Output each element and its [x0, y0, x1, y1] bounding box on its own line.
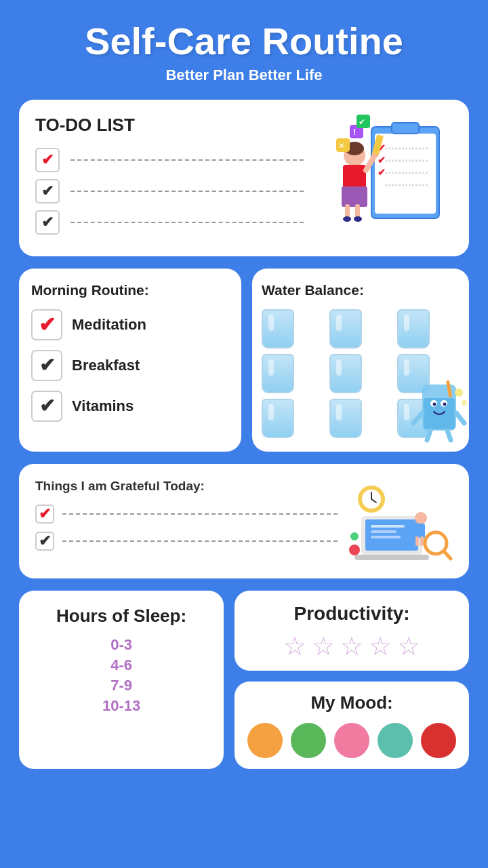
page-subtitle: Better Plan Better Life [85, 66, 403, 84]
sleep-options: 0-3 4-6 7-9 10-13 [102, 636, 140, 715]
water-glass-4 [262, 354, 294, 393]
grateful-card: Things I am Grateful Today: [19, 464, 469, 578]
grateful-svg [348, 479, 453, 564]
productivity-title: Productivity: [247, 603, 457, 625]
grateful-checkbox-2[interactable] [35, 532, 54, 551]
morning-card: Morning Routine: Meditation Breakfast Vi… [19, 269, 241, 452]
checkmark-black-icon-2 [41, 214, 54, 231]
water-title: Water Balance: [262, 282, 460, 298]
svg-point-17 [354, 216, 362, 222]
stars-row: ☆ ☆ ☆ ☆ ☆ [247, 631, 457, 661]
vitamins-label: Vitamins [72, 397, 134, 415]
water-card: Water Balance: [252, 269, 469, 452]
svg-text:✔: ✔ [378, 155, 386, 165]
svg-point-57 [350, 532, 359, 540]
bottom-row: Hours of Sleep: 0-3 4-6 7-9 10-13 Produc… [19, 591, 469, 769]
morning-item-vitamins: Vitamins [31, 391, 229, 422]
productivity-card: Productivity: ☆ ☆ ☆ ☆ ☆ [235, 591, 469, 671]
svg-line-35 [427, 431, 430, 440]
grateful-left: Things I am Grateful Today: [35, 479, 338, 559]
mood-pink[interactable] [334, 723, 369, 758]
meditation-checkbox[interactable] [31, 309, 62, 340]
water-glass-2 [329, 309, 362, 349]
todo-item-1 [35, 148, 304, 172]
svg-point-38 [462, 400, 467, 406]
todo-item-3 [35, 210, 304, 235]
svg-point-46 [415, 512, 427, 524]
todo-checkbox-3[interactable] [35, 210, 60, 235]
star-3[interactable]: ☆ [340, 631, 363, 661]
sleep-option-7-9[interactable]: 7-9 [110, 677, 132, 694]
sleep-option-0-3[interactable]: 0-3 [110, 636, 132, 654]
star-1[interactable]: ☆ [283, 631, 306, 661]
svg-rect-13 [342, 186, 367, 207]
svg-rect-48 [415, 536, 419, 546]
right-column: Productivity: ☆ ☆ ☆ ☆ ☆ My Mood: [235, 591, 469, 769]
checkmark-lg-red-icon [39, 313, 56, 336]
grateful-line-1 [62, 513, 338, 515]
sleep-option-4-6[interactable]: 4-6 [110, 656, 132, 674]
star-4[interactable]: ☆ [369, 631, 392, 661]
mood-red[interactable] [421, 723, 456, 758]
todo-left: TO-DO LIST [35, 115, 304, 241]
water-character [410, 379, 468, 446]
morning-title: Morning Routine: [31, 282, 229, 298]
svg-line-34 [456, 413, 464, 423]
svg-text:✕: ✕ [338, 141, 345, 151]
mood-card: My Mood: [235, 682, 469, 769]
grateful-line-2 [62, 540, 338, 542]
header: Self-Care Routine Better Plan Better Lif… [85, 20, 403, 84]
water-glass-5 [329, 354, 362, 393]
morning-item-meditation: Meditation [31, 309, 229, 340]
svg-line-51 [444, 551, 451, 559]
checkmark-lg-black-icon [39, 354, 55, 376]
svg-line-33 [413, 413, 422, 423]
sleep-card: Hours of Sleep: 0-3 4-6 7-9 10-13 [19, 591, 224, 769]
todo-line-2 [70, 191, 304, 192]
star-2[interactable]: ☆ [312, 631, 335, 661]
todo-checkbox-2[interactable] [35, 179, 60, 203]
sleep-title: Hours of Sleep: [56, 606, 186, 627]
mood-teal[interactable] [378, 723, 413, 758]
water-svg [410, 379, 468, 443]
meditation-label: Meditation [72, 316, 146, 334]
breakfast-checkbox[interactable] [31, 350, 62, 381]
svg-point-31 [433, 402, 436, 406]
todo-item-2 [35, 179, 304, 203]
grateful-illustration [338, 479, 453, 564]
todo-line-3 [70, 222, 304, 223]
grateful-item-2 [35, 532, 338, 551]
svg-rect-43 [371, 525, 405, 528]
star-5[interactable]: ☆ [397, 631, 420, 661]
todo-checkbox-1[interactable] [35, 148, 60, 172]
svg-rect-42 [354, 555, 429, 560]
water-glass-3 [397, 309, 430, 349]
grateful-checkbox-1[interactable] [35, 505, 54, 524]
todo-card: TO-DO LIST [19, 100, 469, 256]
mood-orange[interactable] [247, 723, 283, 758]
grateful-title: Things I am Grateful Today: [35, 479, 338, 494]
checkmark-black-icon [41, 182, 54, 200]
svg-rect-49 [420, 536, 424, 546]
svg-rect-45 [371, 536, 401, 538]
svg-point-32 [443, 402, 447, 406]
svg-point-56 [349, 545, 360, 555]
svg-rect-2 [392, 123, 419, 134]
page: Self-Care Routine Better Plan Better Lif… [0, 0, 488, 868]
water-glass-1 [262, 309, 294, 349]
svg-rect-44 [371, 530, 396, 533]
middle-row: Morning Routine: Meditation Breakfast Vi… [19, 269, 469, 452]
svg-line-36 [447, 431, 451, 440]
checkmark-lg-black-icon-2 [39, 395, 55, 417]
mood-circles [244, 723, 460, 758]
mood-title: My Mood: [244, 692, 460, 713]
vitamins-checkbox[interactable] [31, 391, 62, 422]
svg-text:!: ! [353, 127, 356, 137]
sleep-option-10-13[interactable]: 10-13 [102, 697, 140, 715]
mood-green[interactable] [291, 723, 326, 758]
breakfast-label: Breakfast [72, 357, 140, 374]
water-glass-8 [329, 399, 362, 438]
svg-point-37 [455, 389, 463, 397]
morning-item-breakfast: Breakfast [31, 350, 229, 381]
clipboard-illustration: ✔ ✔ ✔ [317, 115, 453, 226]
